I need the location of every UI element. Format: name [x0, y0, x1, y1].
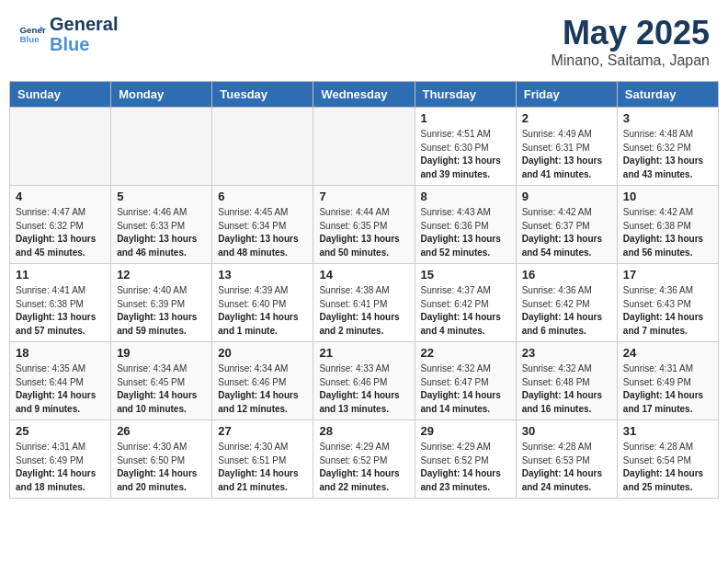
daylight-label: Daylight: 14 hours and 14 minutes.	[421, 390, 501, 414]
daylight-label: Daylight: 13 hours and 54 minutes.	[522, 234, 602, 258]
daylight-label: Daylight: 13 hours and 43 minutes.	[623, 155, 703, 179]
day-info: Sunrise: 4:32 AMSunset: 6:48 PMDaylight:…	[522, 362, 611, 416]
daylight-label: Daylight: 14 hours and 7 minutes.	[623, 312, 703, 336]
day-info: Sunrise: 4:47 AMSunset: 6:32 PMDaylight:…	[16, 206, 105, 259]
day-number: 28	[319, 424, 408, 438]
month-title: May 2025	[551, 14, 710, 52]
day-info: Sunrise: 4:33 AMSunset: 6:46 PMDaylight:…	[319, 362, 408, 416]
day-number: 22	[421, 346, 510, 360]
weekday-header-monday: Monday	[111, 82, 212, 108]
calendar-cell: 26Sunrise: 4:30 AMSunset: 6:50 PMDayligh…	[111, 420, 212, 499]
daylight-label: Daylight: 13 hours and 50 minutes.	[319, 234, 399, 258]
calendar-cell: 2Sunrise: 4:49 AMSunset: 6:31 PMDaylight…	[516, 108, 617, 186]
calendar-cell: 5Sunrise: 4:46 AMSunset: 6:33 PMDaylight…	[111, 186, 212, 264]
calendar-cell: 31Sunrise: 4:28 AMSunset: 6:54 PMDayligh…	[617, 420, 718, 499]
daylight-label: Daylight: 13 hours and 41 minutes.	[522, 155, 602, 179]
calendar-cell: 18Sunrise: 4:35 AMSunset: 6:44 PMDayligh…	[10, 342, 111, 420]
weekday-header-sunday: Sunday	[10, 82, 111, 108]
daylight-label: Daylight: 14 hours and 21 minutes.	[218, 468, 298, 492]
daylight-label: Daylight: 14 hours and 12 minutes.	[218, 390, 298, 414]
day-number: 4	[16, 190, 105, 203]
calendar-cell: 24Sunrise: 4:31 AMSunset: 6:49 PMDayligh…	[617, 342, 718, 420]
day-info: Sunrise: 4:42 AMSunset: 6:37 PMDaylight:…	[522, 206, 611, 259]
day-number: 21	[319, 346, 408, 360]
daylight-label: Daylight: 14 hours and 24 minutes.	[522, 468, 602, 492]
day-info: Sunrise: 4:29 AMSunset: 6:52 PMDaylight:…	[421, 441, 510, 494]
day-number: 13	[218, 268, 307, 282]
calendar-cell: 6Sunrise: 4:45 AMSunset: 6:34 PMDaylight…	[212, 186, 313, 264]
calendar-week-2: 4Sunrise: 4:47 AMSunset: 6:32 PMDaylight…	[10, 186, 719, 264]
calendar-cell: 23Sunrise: 4:32 AMSunset: 6:48 PMDayligh…	[516, 342, 617, 420]
weekday-header-tuesday: Tuesday	[212, 82, 313, 108]
calendar-cell: 25Sunrise: 4:31 AMSunset: 6:49 PMDayligh…	[10, 420, 111, 499]
day-info: Sunrise: 4:51 AMSunset: 6:30 PMDaylight:…	[421, 128, 510, 181]
day-info: Sunrise: 4:35 AMSunset: 6:44 PMDaylight:…	[16, 362, 105, 416]
calendar-header-row: SundayMondayTuesdayWednesdayThursdayFrid…	[10, 82, 719, 108]
daylight-label: Daylight: 14 hours and 6 minutes.	[522, 312, 602, 336]
day-info: Sunrise: 4:36 AMSunset: 6:42 PMDaylight:…	[522, 284, 611, 338]
daylight-label: Daylight: 14 hours and 22 minutes.	[319, 468, 399, 492]
day-info: Sunrise: 4:42 AMSunset: 6:38 PMDaylight:…	[623, 206, 712, 259]
page-header: General Blue GeneralBlue May 2025 Minano…	[9, 9, 719, 74]
day-info: Sunrise: 4:48 AMSunset: 6:32 PMDaylight:…	[623, 128, 712, 181]
calendar-cell: 11Sunrise: 4:41 AMSunset: 6:38 PMDayligh…	[10, 264, 111, 342]
calendar-cell: 27Sunrise: 4:30 AMSunset: 6:51 PMDayligh…	[212, 420, 313, 499]
day-info: Sunrise: 4:40 AMSunset: 6:39 PMDaylight:…	[117, 284, 206, 338]
day-number: 30	[522, 424, 611, 438]
day-number: 25	[16, 424, 105, 438]
calendar-cell: 28Sunrise: 4:29 AMSunset: 6:52 PMDayligh…	[313, 420, 415, 499]
calendar-cell: 14Sunrise: 4:38 AMSunset: 6:41 PMDayligh…	[313, 264, 415, 342]
day-info: Sunrise: 4:46 AMSunset: 6:33 PMDaylight:…	[117, 206, 206, 259]
day-info: Sunrise: 4:39 AMSunset: 6:40 PMDaylight:…	[218, 284, 307, 338]
calendar-cell: 12Sunrise: 4:40 AMSunset: 6:39 PMDayligh…	[111, 264, 212, 342]
day-info: Sunrise: 4:30 AMSunset: 6:50 PMDaylight:…	[117, 441, 206, 494]
day-number: 12	[117, 268, 206, 282]
daylight-label: Daylight: 14 hours and 4 minutes.	[421, 312, 501, 336]
day-info: Sunrise: 4:29 AMSunset: 6:52 PMDaylight:…	[319, 441, 408, 494]
daylight-label: Daylight: 13 hours and 48 minutes.	[218, 234, 298, 258]
day-number: 29	[421, 424, 510, 438]
daylight-label: Daylight: 14 hours and 1 minute.	[218, 312, 298, 336]
calendar-cell: 29Sunrise: 4:29 AMSunset: 6:52 PMDayligh…	[415, 420, 516, 499]
calendar-cell: 17Sunrise: 4:36 AMSunset: 6:43 PMDayligh…	[617, 264, 718, 342]
weekday-header-thursday: Thursday	[415, 82, 516, 108]
daylight-label: Daylight: 13 hours and 59 minutes.	[117, 312, 197, 336]
location: Minano, Saitama, Japan	[551, 52, 710, 69]
day-info: Sunrise: 4:37 AMSunset: 6:42 PMDaylight:…	[421, 284, 510, 338]
day-info: Sunrise: 4:32 AMSunset: 6:47 PMDaylight:…	[421, 362, 510, 416]
daylight-label: Daylight: 13 hours and 56 minutes.	[623, 234, 703, 258]
title-area: May 2025 Minano, Saitama, Japan	[551, 14, 710, 69]
daylight-label: Daylight: 14 hours and 2 minutes.	[319, 312, 399, 336]
calendar-cell: 20Sunrise: 4:34 AMSunset: 6:46 PMDayligh…	[212, 342, 313, 420]
weekday-header-friday: Friday	[516, 82, 617, 108]
day-number: 31	[623, 424, 712, 438]
calendar-week-1: 1Sunrise: 4:51 AMSunset: 6:30 PMDaylight…	[10, 108, 719, 186]
calendar-cell: 19Sunrise: 4:34 AMSunset: 6:45 PMDayligh…	[111, 342, 212, 420]
day-number: 26	[117, 424, 206, 438]
day-number: 9	[522, 190, 611, 203]
day-number: 10	[623, 190, 712, 203]
calendar-cell: 4Sunrise: 4:47 AMSunset: 6:32 PMDaylight…	[10, 186, 111, 264]
logo: General Blue GeneralBlue	[18, 14, 118, 54]
day-info: Sunrise: 4:28 AMSunset: 6:54 PMDaylight:…	[623, 441, 712, 494]
daylight-label: Daylight: 13 hours and 39 minutes.	[421, 155, 501, 179]
calendar-cell: 7Sunrise: 4:44 AMSunset: 6:35 PMDaylight…	[313, 186, 415, 264]
weekday-header-saturday: Saturday	[617, 82, 718, 108]
daylight-label: Daylight: 13 hours and 52 minutes.	[421, 234, 501, 258]
day-info: Sunrise: 4:44 AMSunset: 6:35 PMDaylight:…	[319, 206, 408, 259]
day-number: 16	[522, 268, 611, 282]
calendar-cell: 9Sunrise: 4:42 AMSunset: 6:37 PMDaylight…	[516, 186, 617, 264]
day-number: 2	[522, 111, 611, 125]
svg-text:Blue: Blue	[20, 34, 40, 44]
day-number: 6	[218, 190, 307, 203]
day-number: 3	[623, 111, 712, 125]
day-info: Sunrise: 4:28 AMSunset: 6:53 PMDaylight:…	[522, 441, 611, 494]
calendar-cell: 3Sunrise: 4:48 AMSunset: 6:32 PMDaylight…	[617, 108, 718, 186]
calendar-cell	[111, 108, 212, 186]
day-number: 20	[218, 346, 307, 360]
calendar-cell: 13Sunrise: 4:39 AMSunset: 6:40 PMDayligh…	[212, 264, 313, 342]
day-number: 17	[623, 268, 712, 282]
daylight-label: Daylight: 14 hours and 10 minutes.	[117, 390, 197, 414]
day-info: Sunrise: 4:34 AMSunset: 6:46 PMDaylight:…	[218, 362, 307, 416]
calendar-cell	[212, 108, 313, 186]
